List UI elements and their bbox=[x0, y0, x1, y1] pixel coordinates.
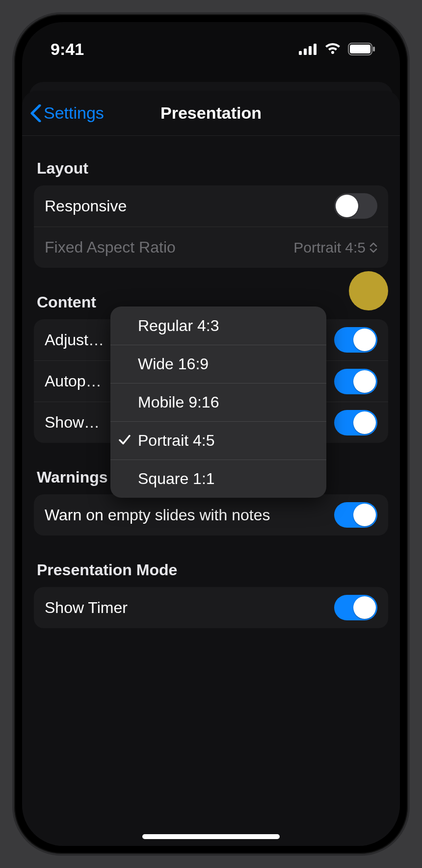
svg-rect-6 bbox=[373, 47, 375, 51]
row-label: Adjust… bbox=[45, 331, 104, 349]
chevron-left-icon bbox=[30, 104, 42, 122]
svg-rect-5 bbox=[350, 45, 370, 53]
section-header-presentation-mode: Presentation Mode bbox=[34, 536, 388, 587]
checkmark-icon bbox=[118, 432, 131, 450]
row-show-timer[interactable]: Show Timer bbox=[34, 587, 388, 628]
toggle-show-timer[interactable] bbox=[334, 595, 377, 620]
screen: 9:41 Settings bbox=[22, 22, 400, 846]
row-warn-empty[interactable]: Warn on empty slides with notes bbox=[34, 494, 388, 536]
toggle-knob bbox=[353, 370, 376, 393]
menu-item-square[interactable]: Square 1:1 bbox=[110, 460, 326, 498]
battery-icon bbox=[348, 43, 375, 55]
row-fixed-aspect[interactable]: Fixed Aspect Ratio Portrait 4:5 bbox=[34, 227, 388, 268]
menu-label: Wide 16:9 bbox=[138, 355, 209, 373]
page-title: Presentation bbox=[160, 103, 262, 123]
row-label: Responsive bbox=[45, 197, 127, 215]
wifi-icon bbox=[324, 43, 341, 55]
cellular-icon bbox=[299, 43, 317, 55]
svg-rect-1 bbox=[304, 49, 307, 55]
group-presentation-mode: Show Timer bbox=[34, 587, 388, 628]
row-value: Portrait 4:5 bbox=[293, 239, 377, 256]
menu-item-regular[interactable]: Regular 4:3 bbox=[110, 306, 326, 345]
status-time: 9:41 bbox=[51, 40, 84, 59]
menu-item-mobile[interactable]: Mobile 9:16 bbox=[110, 383, 326, 421]
toggle-knob bbox=[353, 329, 376, 351]
content-scroll[interactable]: Layout Responsive Fixed Aspect Ratio Por… bbox=[22, 136, 400, 846]
settings-sheet: Settings Presentation Layout Responsive … bbox=[22, 91, 400, 846]
menu-item-portrait[interactable]: Portrait 4:5 bbox=[110, 421, 326, 460]
row-label: Show Timer bbox=[45, 599, 128, 617]
toggle-show[interactable] bbox=[334, 410, 377, 435]
toggle-warn-empty[interactable] bbox=[334, 502, 377, 528]
menu-label: Regular 4:3 bbox=[138, 317, 219, 335]
row-label: Warn on empty slides with notes bbox=[45, 506, 270, 524]
updown-icon bbox=[369, 242, 377, 254]
toggle-adjust[interactable] bbox=[334, 327, 377, 353]
svg-rect-3 bbox=[314, 44, 316, 55]
toggle-knob bbox=[336, 195, 358, 217]
status-bar: 9:41 bbox=[22, 22, 400, 76]
device-frame: 9:41 Settings bbox=[12, 12, 410, 856]
nav-bar: Settings Presentation bbox=[22, 91, 400, 136]
back-button[interactable]: Settings bbox=[30, 91, 104, 135]
menu-label: Mobile 9:16 bbox=[138, 393, 219, 411]
svg-rect-2 bbox=[309, 46, 312, 55]
toggle-knob bbox=[353, 411, 376, 434]
menu-item-wide[interactable]: Wide 16:9 bbox=[110, 345, 326, 383]
row-label: Fixed Aspect Ratio bbox=[45, 238, 176, 256]
toggle-responsive[interactable] bbox=[334, 193, 377, 219]
back-label: Settings bbox=[44, 103, 104, 123]
svg-rect-0 bbox=[299, 51, 302, 55]
group-warnings: Warn on empty slides with notes bbox=[34, 494, 388, 536]
row-label: Show… bbox=[45, 413, 100, 432]
status-right bbox=[299, 43, 375, 55]
row-responsive[interactable]: Responsive bbox=[34, 185, 388, 227]
row-label: Autop… bbox=[45, 372, 102, 390]
aspect-value: Portrait 4:5 bbox=[293, 239, 366, 256]
toggle-knob bbox=[353, 504, 376, 526]
group-layout: Responsive Fixed Aspect Ratio Portrait 4… bbox=[34, 185, 388, 268]
toggle-autoplay[interactable] bbox=[334, 369, 377, 394]
section-header-layout: Layout bbox=[34, 136, 388, 185]
aspect-ratio-menu: Regular 4:3 Wide 16:9 Mobile 9:16 Portra… bbox=[110, 306, 326, 498]
toggle-knob bbox=[353, 596, 376, 619]
menu-label: Square 1:1 bbox=[138, 470, 215, 488]
home-indicator[interactable] bbox=[142, 834, 280, 839]
menu-label: Portrait 4:5 bbox=[138, 432, 215, 450]
